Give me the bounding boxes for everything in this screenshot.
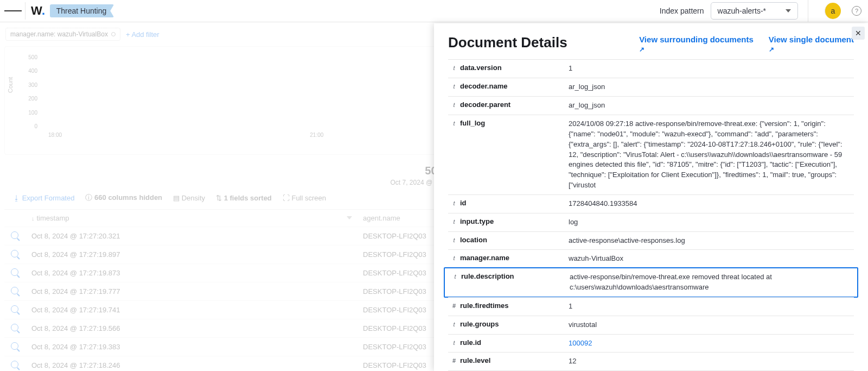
field-row: t decoder.name ar_log_json bbox=[448, 78, 854, 96]
field-key: full_log bbox=[460, 119, 569, 191]
field-type-icon: t bbox=[448, 217, 460, 228]
field-type-icon: t bbox=[448, 82, 460, 92]
flyout-title: Document Details bbox=[448, 34, 567, 51]
field-type-icon: t bbox=[448, 64, 460, 74]
filter-chip[interactable]: manager.name: wazuh-VirtualBox bbox=[5, 28, 120, 41]
index-pattern-select[interactable]: wazuh-alerts-* bbox=[711, 2, 798, 20]
view-single-link[interactable]: View single document↗ bbox=[769, 34, 854, 54]
field-key: rule.groups bbox=[460, 320, 569, 330]
field-key: location bbox=[460, 236, 569, 246]
field-type-icon: # bbox=[448, 301, 460, 312]
inspect-icon[interactable] bbox=[11, 324, 18, 331]
col-timestamp[interactable]: timestamp bbox=[25, 210, 356, 227]
field-key: data.version bbox=[460, 64, 569, 74]
field-row: # rule.level 12 bbox=[448, 352, 854, 370]
field-key: rule.firedtimes bbox=[460, 301, 569, 312]
field-row: t manager.name wazuh-VirtualBox bbox=[448, 249, 854, 268]
field-row: t location active-response\active-respon… bbox=[448, 231, 854, 250]
inspect-icon[interactable] bbox=[11, 361, 18, 368]
add-filter-button[interactable]: + Add filter bbox=[126, 30, 159, 39]
fields-list: t data.version 1t decoder.name ar_log_js… bbox=[448, 59, 854, 371]
field-type-icon: t bbox=[448, 236, 460, 246]
field-value: 1 bbox=[569, 64, 854, 74]
cell-timestamp: Oct 8, 2024 @ 17:27:19.873 bbox=[25, 264, 356, 282]
sort-button[interactable]: ⇅ 1 fields sorted bbox=[216, 194, 272, 202]
field-row: t full_log 2024/10/08 09:27:18 active-re… bbox=[448, 115, 854, 194]
cell-timestamp: Oct 8, 2024 @ 17:27:19.741 bbox=[25, 301, 356, 319]
close-button[interactable]: ✕ bbox=[852, 27, 865, 40]
field-value: virustotal bbox=[569, 320, 854, 330]
field-row: t rule.description active-response/bin/r… bbox=[444, 267, 858, 298]
field-type-icon: t bbox=[448, 100, 460, 111]
external-link-icon: ↗ bbox=[769, 45, 854, 54]
avatar-wrap: a bbox=[808, 0, 852, 22]
cell-timestamp: Oct 8, 2024 @ 17:27:19.383 bbox=[25, 338, 356, 356]
field-key: input.type bbox=[460, 217, 569, 228]
cell-timestamp: Oct 8, 2024 @ 17:27:18.246 bbox=[25, 356, 356, 372]
field-type-icon: t bbox=[448, 199, 460, 209]
export-button[interactable]: ⭳ Export Formated bbox=[13, 194, 74, 202]
field-row: t data.version 1 bbox=[448, 59, 854, 78]
field-value: ar_log_json bbox=[569, 100, 854, 111]
inspect-icon[interactable] bbox=[11, 287, 18, 294]
field-row: t rule.groups virustotal bbox=[448, 316, 854, 334]
field-key: rule.id bbox=[460, 338, 569, 349]
field-type-icon: t bbox=[448, 254, 460, 264]
field-row: t decoder.parent ar_log_json bbox=[448, 96, 854, 115]
chevron-down-icon bbox=[786, 9, 791, 12]
field-value: ar_log_json bbox=[569, 82, 854, 92]
inspect-icon[interactable] bbox=[11, 231, 18, 239]
fullscreen-button[interactable]: ⛶ Full screen bbox=[283, 194, 326, 202]
field-value: 1728404840.1933584 bbox=[569, 199, 854, 209]
density-button[interactable]: ▤ Density bbox=[173, 194, 205, 202]
field-key: decoder.parent bbox=[460, 100, 569, 111]
field-key: decoder.name bbox=[460, 82, 569, 92]
field-key: rule.level bbox=[460, 356, 569, 367]
y-axis-label: Count bbox=[7, 77, 14, 93]
field-value: 12 bbox=[569, 356, 854, 367]
columns-hidden-button[interactable]: ⓘ 660 columns hidden bbox=[85, 193, 162, 203]
document-details-flyout: ✕ Document Details View surrounding docu… bbox=[434, 23, 868, 371]
field-value: 100092 bbox=[569, 338, 854, 349]
field-value: 2024/10/08 09:27:18 active-response/bin/… bbox=[569, 119, 854, 191]
inspect-icon[interactable] bbox=[11, 342, 18, 350]
field-key: id bbox=[460, 199, 569, 209]
field-row: t input.type log bbox=[448, 213, 854, 231]
field-row: t id 1728404840.1933584 bbox=[448, 194, 854, 213]
field-key: manager.name bbox=[460, 254, 569, 264]
field-type-icon: t bbox=[449, 272, 461, 293]
field-type-icon: # bbox=[448, 356, 460, 367]
breadcrumb[interactable]: Threat Hunting bbox=[50, 4, 114, 17]
field-type-icon: t bbox=[448, 320, 460, 330]
topbar: W. Threat Hunting Index pattern wazuh-al… bbox=[0, 0, 868, 22]
field-value-link[interactable]: 100092 bbox=[569, 339, 592, 347]
field-value: wazuh-VirtualBox bbox=[569, 254, 854, 264]
field-key: rule.description bbox=[461, 272, 570, 293]
inspect-icon[interactable] bbox=[11, 250, 18, 257]
pin-icon bbox=[111, 32, 116, 36]
inspect-icon[interactable] bbox=[11, 305, 18, 313]
filter-chip-text: manager.name: wazuh-VirtualBox bbox=[10, 30, 108, 38]
field-type-icon: t bbox=[448, 338, 460, 349]
field-type-icon: t bbox=[448, 119, 460, 191]
cell-timestamp: Oct 8, 2024 @ 17:27:20.321 bbox=[25, 227, 356, 246]
view-surrounding-link[interactable]: View surrounding documents↗ bbox=[639, 34, 754, 54]
field-row: # rule.firedtimes 1 bbox=[448, 297, 854, 316]
field-row: t rule.id 100092 bbox=[448, 334, 854, 353]
app-logo[interactable]: W. bbox=[31, 4, 46, 18]
index-pattern-value: wazuh-alerts-* bbox=[718, 7, 766, 15]
help-icon[interactable]: ? bbox=[852, 6, 861, 16]
cell-timestamp: Oct 8, 2024 @ 17:27:19.566 bbox=[25, 319, 356, 338]
field-value: log bbox=[569, 217, 854, 228]
cell-timestamp: Oct 8, 2024 @ 17:27:19.777 bbox=[25, 282, 356, 301]
divider bbox=[25, 2, 25, 20]
field-value: active-response\active-responses.log bbox=[569, 236, 854, 246]
menu-button[interactable] bbox=[4, 2, 22, 20]
user-avatar[interactable]: a bbox=[825, 3, 841, 19]
index-pattern-label: Index pattern bbox=[660, 7, 704, 15]
y-ticks: 5004003002001000 bbox=[21, 54, 37, 129]
field-value: active-response/bin/remove-threat.exe re… bbox=[570, 272, 853, 293]
inspect-icon[interactable] bbox=[11, 268, 18, 276]
cell-timestamp: Oct 8, 2024 @ 17:27:19.897 bbox=[25, 246, 356, 264]
field-value: 1 bbox=[569, 301, 854, 312]
